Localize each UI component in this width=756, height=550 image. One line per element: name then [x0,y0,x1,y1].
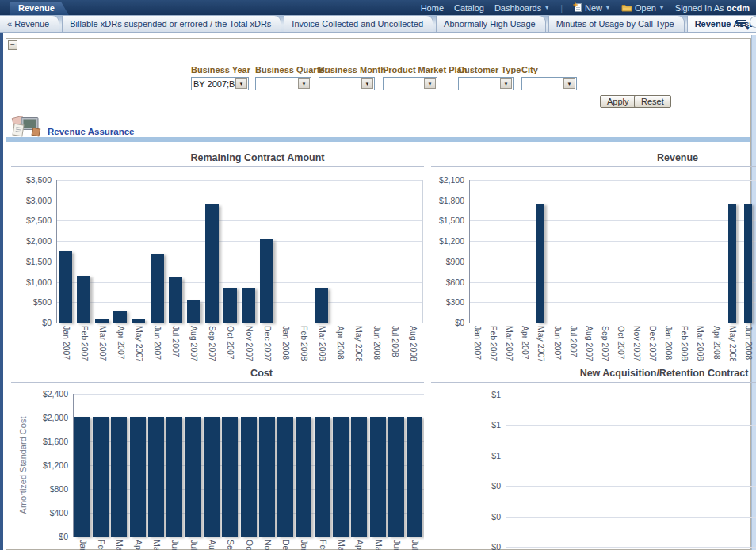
bar-may-2008[interactable] [728,204,736,323]
y-axis-line [469,180,470,323]
y-tick-label: $900 [428,257,464,266]
bar-sep-2007[interactable] [222,417,238,537]
bar-jun-2007[interactable] [151,254,164,323]
nav-open[interactable]: Open▼ [621,3,665,13]
nav-home[interactable]: Home [421,3,444,13]
page-tabbar: « Revenue Billable xDRs suspended or err… [0,15,756,33]
customer-type-select[interactable]: ▼ [458,77,514,90]
chart-cost: Cost Amortized Standard Cost $2,400$2,00… [8,365,424,550]
gridline [56,241,422,242]
filter-business-year: Business Year BY 2007;BY 200▼ [191,65,250,90]
tab-abnormally-high-usage[interactable]: Abnormally High Usage [436,15,546,32]
bar-feb-2007[interactable] [93,417,109,537]
bar-jul-2007[interactable] [169,277,182,323]
gridline [469,241,756,242]
reset-button[interactable]: Reset [634,95,671,108]
y-tick-label: $2,000 [10,236,52,246]
bar-sep-2007[interactable] [205,204,219,323]
tab-revenue-back[interactable]: « Revenue [0,15,59,32]
business-month-select[interactable]: ▼ [319,77,375,90]
bar-jun-2007[interactable] [166,417,182,537]
page-options-icon[interactable]: ▼ [736,20,750,29]
down-arrow-icon[interactable]: ▼ [424,78,436,89]
business-year-select[interactable]: BY 2007;BY 200▼ [191,77,249,90]
plot-area: $1$1$1$0$0$0 [506,395,756,550]
down-arrow-icon[interactable]: ▼ [500,78,512,89]
y-tick-label: $600 [428,277,464,287]
x-tick-label: Aug 2007 [188,326,199,361]
y-tick-label: $3,000 [10,196,52,205]
bar-jan-2007[interactable] [74,417,90,537]
collapse-section-button[interactable]: − [8,40,17,50]
bar-may-2008[interactable] [370,417,386,537]
bar-may-2007[interactable] [132,319,145,323]
x-tick-label: Jul 2008 [389,326,400,361]
bar-oct-2007[interactable] [241,417,257,537]
bar-aug-2007[interactable] [187,300,200,323]
x-tick-label: Jan 2007 [472,326,483,361]
business-quarter-select[interactable]: ▼ [255,77,311,90]
apply-button[interactable]: Apply [600,95,636,108]
city-select[interactable]: ▼ [521,77,577,90]
bar-jan-2008[interactable] [296,417,311,537]
bar-apr-2008[interactable] [351,417,367,537]
y-tick-label: $1,200 [27,460,68,470]
filter-business-quarter: Business Quarter ▼ [255,65,328,90]
tab-billable-xdrs[interactable]: Billable xDRs suspended or errored / the… [62,15,281,32]
x-tick-label: Dec 2007 [647,326,658,361]
x-tick-label: Jan 2008 [298,540,309,550]
bar-dec-2007[interactable] [260,239,273,323]
bar-may-2007[interactable] [148,417,164,537]
bar-nov-2007[interactable] [242,288,255,323]
bar-mar-2007[interactable] [111,417,127,537]
bar-jul-2007[interactable] [185,417,201,537]
down-arrow-icon[interactable]: ▼ [298,78,310,89]
bar-mar-2008[interactable] [315,288,328,323]
bar-jun-2008[interactable] [744,204,752,323]
product-market-plan-select[interactable]: ▼ [383,77,437,90]
nav-new[interactable]: New▼ [573,2,611,13]
gridline [469,220,756,221]
bar-apr-2007[interactable] [130,417,146,537]
bar-may-2007[interactable] [536,204,544,323]
bar-mar-2008[interactable] [333,417,349,537]
bar-dec-2007[interactable] [277,417,293,537]
filter-product-market-plan: Product Market Plan ▼ [383,65,467,90]
bar-jan-2007[interactable] [59,251,72,323]
bar-nov-2007[interactable] [259,417,275,537]
filter-label: City [521,65,577,74]
down-arrow-icon[interactable]: ▼ [563,78,575,89]
gridline [469,201,756,201]
bar-feb-2007[interactable] [77,276,90,323]
chart-title-rule [431,166,756,167]
x-tick-label: Apr 2008 [711,326,722,361]
tab-minutes-of-usage[interactable]: Minutes of Usage by Call Type [548,15,685,32]
down-arrow-icon[interactable]: ▼ [361,78,373,89]
gridline [469,282,756,283]
x-tick-label: Jul 2007 [170,326,181,361]
bar-mar-2007[interactable] [95,319,109,323]
bar-feb-2008[interactable] [315,417,330,537]
plot-area: $2,100$1,800$1,500$1,200$900$600$300$0Ja… [469,180,756,323]
x-axis-line [73,537,424,537]
x-tick-label: Jul 2008 [409,540,420,550]
left-edge-strip [0,33,3,550]
y-tick-label: $0 [27,532,68,541]
down-arrow-icon[interactable]: ▼ [235,78,247,89]
dashboard-title-tab[interactable]: Revenue [10,2,69,15]
bar-jun-2008[interactable] [388,417,404,537]
bar-oct-2007[interactable] [223,288,237,323]
x-tick-label: Jan 2008 [280,326,291,361]
nav-catalog[interactable]: Catalog [454,3,484,13]
gridline [506,425,756,426]
obiee-dashboard: Revenue Home Catalog Dashboards▼ | New▼ … [0,0,756,550]
bar-apr-2007[interactable] [113,311,127,323]
y-tick-label: $2,100 [428,175,464,185]
gridline [56,201,422,201]
bar-aug-2007[interactable] [204,417,220,537]
tab-invoice-collected[interactable]: Invoice Collected and Uncollected [284,15,433,32]
help-icon[interactable] [750,16,756,28]
signed-in-as: Signed In As ocdm [675,3,750,13]
nav-dashboards[interactable]: Dashboards▼ [494,3,550,13]
bar-jul-2008[interactable] [407,417,422,537]
